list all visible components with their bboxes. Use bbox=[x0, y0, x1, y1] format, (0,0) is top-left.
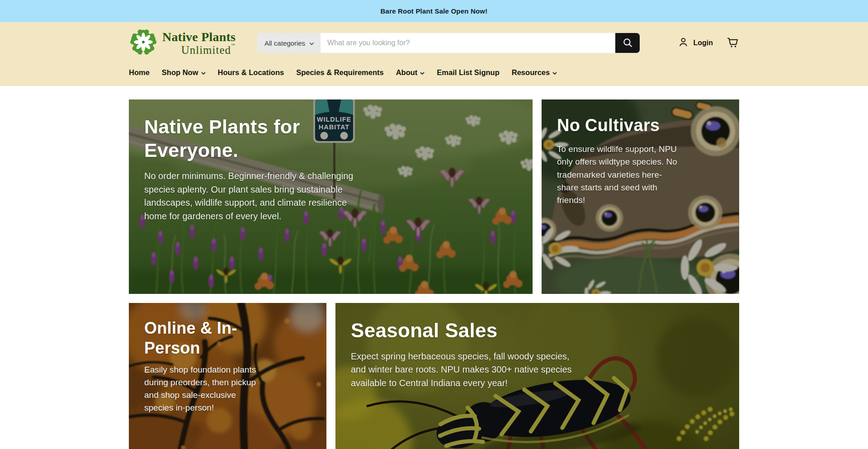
main-nav: Home Shop Now Hours & Locations Species … bbox=[129, 64, 739, 77]
nav-item-about[interactable]: About bbox=[396, 68, 425, 77]
login-label: Login bbox=[693, 39, 713, 47]
nav-item-home[interactable]: Home bbox=[129, 68, 150, 77]
nav-item-shop-now[interactable]: Shop Now bbox=[162, 68, 206, 77]
hero-card-body: Expect spring herbaceous species, fall w… bbox=[351, 350, 584, 390]
hero-card-body: No order minimums. Beginner-friendly & c… bbox=[144, 170, 360, 223]
announcement-bar: Bare Root Plant Sale Open Now! bbox=[0, 0, 868, 22]
search-input[interactable] bbox=[321, 33, 615, 53]
chevron-down-icon bbox=[420, 68, 425, 77]
nav-item-resources[interactable]: Resources bbox=[512, 68, 557, 77]
logo-line1: Native Plants bbox=[162, 31, 236, 43]
chevron-down-icon bbox=[201, 68, 206, 77]
hero-card-body: To ensure wildlife support, NPU only off… bbox=[557, 143, 680, 207]
cart-button[interactable] bbox=[726, 36, 739, 50]
login-button[interactable]: Login bbox=[678, 37, 713, 50]
logo-leaf-icon bbox=[129, 28, 158, 58]
hero-card-title: Native Plants for Everyone. bbox=[144, 115, 343, 162]
hero-card-title: Online & In-Person bbox=[144, 318, 282, 358]
hero-card-title: Seasonal Sales bbox=[351, 318, 724, 343]
logo[interactable]: Native Plants Unlimited™ bbox=[129, 28, 236, 58]
chevron-down-icon bbox=[309, 39, 314, 47]
nav-item-email-list-signup[interactable]: Email List Signup bbox=[437, 68, 499, 77]
search-icon bbox=[623, 38, 632, 49]
logo-line2: Unlimited™ bbox=[162, 44, 236, 56]
search-button[interactable] bbox=[615, 33, 640, 53]
hero-card-native-plants: WILDLIFE HABITAT bbox=[129, 99, 533, 294]
search-bar: All categories bbox=[257, 33, 640, 53]
cart-icon bbox=[726, 36, 739, 50]
hero-card-no-cultivars: No Cultivars To ensure wildlife support,… bbox=[542, 99, 739, 294]
hero-section: WILDLIFE HABITAT bbox=[129, 99, 739, 449]
hero-card-online-in-person: Online & In-Person Easily shop foundatio… bbox=[129, 303, 326, 449]
site-header: Native Plants Unlimited™ All categories bbox=[0, 22, 868, 86]
logo-wordmark: Native Plants Unlimited™ bbox=[162, 31, 236, 56]
trademark-symbol: ™ bbox=[231, 43, 236, 47]
search-category-select[interactable]: All categories bbox=[257, 33, 321, 53]
nav-item-species-requirements[interactable]: Species & Requirements bbox=[296, 68, 384, 77]
hero-card-seasonal-sales: Seasonal Sales Expect spring herbaceous … bbox=[335, 303, 739, 449]
nav-item-hours-locations[interactable]: Hours & Locations bbox=[218, 68, 284, 77]
search-category-value: All categories bbox=[264, 39, 305, 47]
chevron-down-icon bbox=[552, 68, 557, 77]
announcement-text: Bare Root Plant Sale Open Now! bbox=[381, 7, 488, 15]
hero-card-title: No Cultivars bbox=[557, 115, 724, 136]
person-icon bbox=[678, 37, 689, 50]
hero-card-body: Easily shop foundation plants during pre… bbox=[144, 364, 260, 414]
